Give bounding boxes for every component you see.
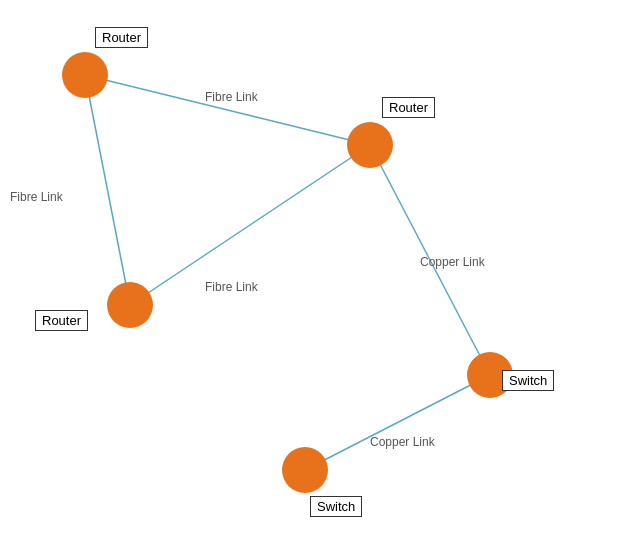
node-label-router3: Router <box>35 310 88 331</box>
node-switch1: Switch <box>467 352 513 398</box>
node-circle-router2 <box>347 122 393 168</box>
network-diagram: RouterRouterRouterSwitchSwitch Fibre Lin… <box>0 0 621 538</box>
node-router1: Router <box>62 52 108 98</box>
node-circle-router1 <box>62 52 108 98</box>
node-label-router2: Router <box>382 97 435 118</box>
link-label-router1-router3: Fibre Link <box>10 190 63 204</box>
node-label-switch2: Switch <box>310 496 362 517</box>
link-label-switch1-switch2: Copper Link <box>370 435 435 449</box>
node-router2: Router <box>347 122 393 168</box>
link-label-router2-switch1: Copper Link <box>420 255 485 269</box>
node-circle-router3 <box>107 282 153 328</box>
node-circle-switch2 <box>282 447 328 493</box>
node-label-switch1: Switch <box>502 370 554 391</box>
node-label-router1: Router <box>95 27 148 48</box>
node-switch2: Switch <box>282 447 328 493</box>
link-label-router3-router2: Fibre Link <box>205 280 258 294</box>
node-router3: Router <box>107 282 153 328</box>
link-label-router1-router2: Fibre Link <box>205 90 258 104</box>
